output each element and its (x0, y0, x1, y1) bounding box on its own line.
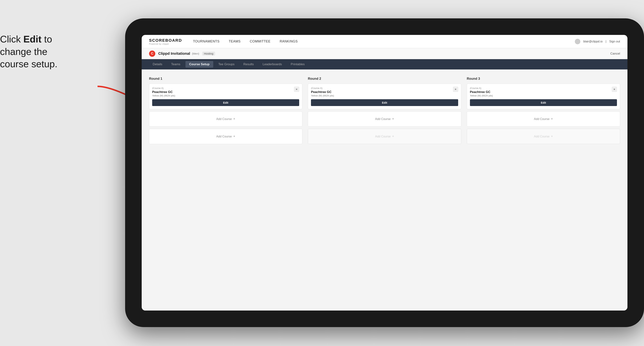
round-2-plus-icon-2: + (392, 135, 394, 138)
round-3-add-course-2-text: Add Course + (534, 135, 553, 138)
round-2-course-info: (Course A) Peachtree GC Yellow (M) (6629… (311, 87, 334, 97)
tournament-logo: C (149, 50, 155, 57)
round-2-label: Round 2 (308, 77, 461, 81)
round-3-column: Round 3 (Course A) Peachtree GC Yellow (… (467, 77, 620, 146)
round-1-course-info: (Course A) Peachtree GC Yellow (M) (6629… (152, 87, 175, 97)
round-1-card-actions: ✕ (294, 87, 299, 92)
round-3-card-header: (Course A) Peachtree GC Yellow (M) (6629… (470, 87, 617, 97)
tab-leaderboards[interactable]: Leaderboards (259, 61, 286, 68)
round-3-card-actions: ✕ (612, 87, 617, 92)
round-3-plus-icon-2: + (551, 135, 553, 138)
round-3-label: Round 3 (467, 77, 620, 81)
top-nav: SCOREBOARD Powered by clippd TOURNAMENTS… (142, 35, 628, 48)
round-2-course-name: Peachtree GC (311, 90, 334, 94)
cancel-button[interactable]: Cancel (610, 52, 620, 55)
round-1-add-course-1-text: Add Course + (216, 117, 235, 121)
nav-right: blair@clippd.io | Sign out (575, 39, 620, 44)
tournament-gender: (Men) (192, 52, 199, 55)
round-3-course-name: Peachtree GC (470, 90, 493, 94)
user-avatar (575, 39, 580, 44)
round-2-course-tee: Yellow (M) (6629 yds) (311, 94, 334, 97)
round-2-add-course-2-text: Add Course + (375, 135, 394, 138)
round-2-column: Round 2 (Course A) Peachtree GC Yellow (… (308, 77, 461, 146)
user-email: blair@clippd.io (583, 40, 602, 43)
round-2-plus-icon-1: + (392, 117, 394, 121)
round-3-course-info: (Course A) Peachtree GC Yellow (M) (6629… (470, 87, 493, 97)
round-2-add-course-1-text: Add Course + (375, 117, 394, 121)
round-2-course-card: (Course A) Peachtree GC Yellow (M) (6629… (308, 84, 461, 109)
round-3-add-course-1-text: Add Course + (534, 117, 553, 121)
round-1-delete-btn[interactable]: ✕ (294, 87, 299, 92)
tab-course-setup[interactable]: Course Setup (186, 61, 213, 68)
nav-separator: | (606, 40, 606, 43)
round-1-add-course-2-text: Add Course + (216, 135, 235, 138)
tablet-frame: SCOREBOARD Powered by clippd TOURNAMENTS… (125, 18, 644, 327)
round-3-add-course-1[interactable]: Add Course + (467, 111, 620, 127)
instruction-bold: Edit (23, 34, 42, 44)
round-3-edit-button[interactable]: Edit (470, 99, 617, 106)
round-3-course-tee: Yellow (M) (6629 yds) (470, 94, 493, 97)
round-1-plus-icon-1: + (233, 117, 235, 121)
round-1-edit-button[interactable]: Edit (152, 99, 299, 106)
instruction-prefix: Click (0, 34, 23, 44)
round-1-label: Round 1 (149, 77, 302, 81)
nav-item-tournaments[interactable]: TOURNAMENTS (193, 39, 220, 43)
round-1-column: Round 1 (Course A) Peachtree GC Yellow (… (149, 77, 302, 146)
round-2-delete-btn[interactable]: ✕ (453, 87, 458, 92)
round-2-add-course-1[interactable]: Add Course + (308, 111, 461, 127)
round-2-course-label: (Course A) (311, 87, 334, 89)
nav-item-teams[interactable]: TEAMS (229, 39, 241, 43)
round-3-plus-icon-1: + (551, 117, 553, 121)
round-3-course-label: (Course A) (470, 87, 493, 89)
logo-title: SCOREBOARD (149, 38, 182, 43)
rounds-grid: Round 1 (Course A) Peachtree GC Yellow (… (149, 77, 620, 146)
round-1-course-name: Peachtree GC (152, 90, 175, 94)
sign-out-link[interactable]: Sign out (609, 40, 620, 43)
logo-subtitle: Powered by clippd (149, 43, 182, 45)
nav-item-committee[interactable]: COMMITTEE (250, 39, 271, 43)
nav-item-rankings[interactable]: RANKINGS (280, 39, 298, 43)
round-1-course-card: (Course A) Peachtree GC Yellow (M) (6629… (149, 84, 302, 109)
round-1-add-course-1[interactable]: Add Course + (149, 111, 302, 127)
instruction-text: Click Edit tochange thecourse setup. (0, 33, 110, 70)
round-3-course-card: (Course A) Peachtree GC Yellow (M) (6629… (467, 84, 620, 109)
main-content: Round 1 (Course A) Peachtree GC Yellow (… (142, 69, 628, 311)
logo-area: SCOREBOARD Powered by clippd (149, 38, 182, 45)
round-3-delete-btn[interactable]: ✕ (612, 87, 617, 92)
tournament-bar: C Clippd Invitational (Men) Hosting Canc… (142, 48, 628, 59)
round-2-card-header: (Course A) Peachtree GC Yellow (M) (6629… (311, 87, 458, 97)
round-1-card-header: (Course A) Peachtree GC Yellow (M) (6629… (152, 87, 299, 97)
nav-items: TOURNAMENTS TEAMS COMMITTEE RANKINGS (193, 39, 575, 43)
tab-printables[interactable]: Printables (287, 61, 308, 68)
tab-details[interactable]: Details (149, 61, 166, 68)
round-3-add-course-2: Add Course + (467, 129, 620, 144)
tab-tee-groups[interactable]: Tee Groups (215, 61, 238, 68)
round-1-course-tee: Yellow (M) (6629 yds) (152, 94, 175, 97)
round-1-plus-icon-2: + (233, 135, 235, 138)
round-1-add-course-2[interactable]: Add Course + (149, 129, 302, 144)
round-2-add-course-2: Add Course + (308, 129, 461, 144)
tournament-status: Hosting (202, 52, 215, 55)
round-2-card-actions: ✕ (453, 87, 458, 92)
tab-bar: Details Teams Course Setup Tee Groups Re… (142, 59, 628, 69)
tab-results[interactable]: Results (240, 61, 258, 68)
round-1-course-label: (Course A) (152, 87, 175, 89)
round-2-edit-button[interactable]: Edit (311, 99, 458, 106)
tab-teams[interactable]: Teams (168, 61, 184, 68)
tournament-name: Clippd Invitational (158, 51, 190, 56)
tablet-screen: SCOREBOARD Powered by clippd TOURNAMENTS… (142, 35, 628, 311)
